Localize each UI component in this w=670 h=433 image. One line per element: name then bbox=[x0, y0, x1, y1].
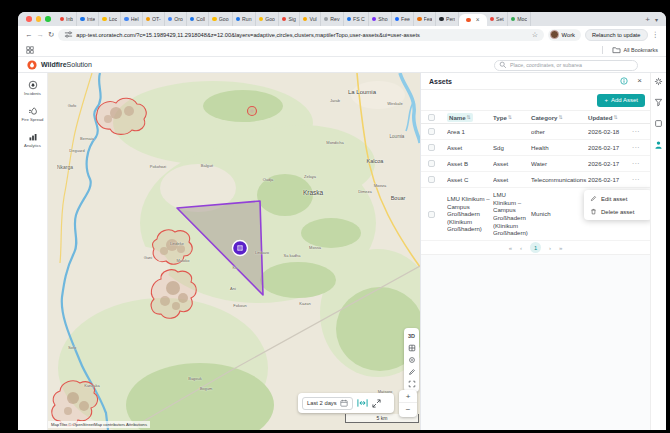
tab-search-chevron-icon[interactable]: ▾ bbox=[655, 16, 658, 23]
minimize-window-icon[interactable] bbox=[36, 16, 42, 22]
zoom-out-button[interactable]: − bbox=[399, 403, 417, 416]
sidebar-item-label: Analytics bbox=[24, 144, 41, 149]
browser-tab[interactable]: Loc bbox=[99, 12, 121, 26]
row-menu-icon[interactable]: ··· bbox=[632, 128, 647, 135]
back-button[interactable]: ← bbox=[25, 31, 33, 39]
map-3d-button[interactable]: 3D bbox=[404, 330, 419, 342]
browser-menu-icon[interactable]: ⋮ bbox=[652, 30, 660, 39]
column-header-type[interactable]: Type⇅ bbox=[493, 114, 531, 121]
expand-icon[interactable] bbox=[372, 399, 381, 408]
column-header-updated[interactable]: Updated⇅ bbox=[588, 114, 632, 121]
address-bar[interactable]: app-test.ororatech.com/?c=15.1989429,11.… bbox=[58, 29, 544, 41]
assets-tool-icon[interactable] bbox=[654, 140, 663, 150]
map-locate-button[interactable] bbox=[404, 354, 419, 366]
new-tab-button[interactable]: + bbox=[645, 15, 650, 24]
analytics-icon bbox=[28, 132, 38, 142]
browser-tab[interactable]: FS C bbox=[344, 12, 369, 26]
first-page-button[interactable]: « bbox=[509, 245, 512, 251]
browser-tab[interactable]: Inte bbox=[77, 12, 99, 26]
map-draw-button[interactable] bbox=[404, 366, 419, 378]
all-bookmarks-button[interactable]: All Bookmarks bbox=[602, 46, 658, 54]
row-checkbox[interactable] bbox=[428, 128, 435, 135]
assets-table-header: Name⇅ Type⇅ Category⇅ Updated⇅ bbox=[421, 110, 650, 124]
table-row[interactable]: Area 1other2026-02-18··· bbox=[421, 124, 650, 140]
browser-tab[interactable]: Hel bbox=[121, 12, 142, 26]
edit-asset-menu-item[interactable]: Edit asset bbox=[584, 192, 652, 205]
browser-tab[interactable]: Rev bbox=[321, 12, 344, 26]
sidebar-item-fire-spread[interactable]: Fire Spread bbox=[18, 106, 47, 123]
last-page-button[interactable]: » bbox=[559, 245, 562, 251]
table-row[interactable]: Asset BAssetWater2026-02-17··· bbox=[421, 156, 650, 172]
row-checkbox[interactable] bbox=[428, 176, 435, 183]
column-header-name[interactable]: Name⇅ bbox=[447, 113, 473, 122]
browser-tab[interactable]: OT- bbox=[143, 12, 165, 26]
next-page-button[interactable]: › bbox=[549, 245, 551, 251]
profile-chip[interactable]: Work bbox=[548, 29, 581, 41]
map-canvas[interactable] bbox=[48, 73, 420, 430]
map-search-input[interactable]: Place, coordinates, or subarea bbox=[494, 60, 638, 71]
close-window-icon[interactable] bbox=[26, 16, 32, 22]
browser-tab[interactable]: Inb bbox=[57, 12, 78, 26]
map-viewport[interactable]: La LoumiaJarabWeskaleLoumiaMondichaKalco… bbox=[48, 73, 420, 430]
row-checkbox[interactable] bbox=[428, 211, 435, 218]
tab-title: Hel bbox=[131, 16, 139, 22]
zoom-controls: + − bbox=[399, 390, 417, 417]
row-menu-icon[interactable]: ··· bbox=[632, 176, 647, 183]
map-place-label: Kraska bbox=[303, 189, 323, 196]
browser-tab[interactable]: Sig bbox=[279, 12, 300, 26]
row-menu-icon[interactable]: ··· bbox=[632, 160, 647, 167]
browser-tab[interactable]: Vul bbox=[300, 12, 321, 26]
browser-tab[interactable]: Coll bbox=[187, 12, 209, 26]
row-menu-icon[interactable]: ··· bbox=[632, 144, 647, 151]
browser-tab[interactable]: Sho bbox=[369, 12, 392, 26]
map-place-label: Sa kadha bbox=[284, 253, 301, 258]
sidebar-item-incidents[interactable]: Incidents bbox=[18, 80, 47, 97]
asset-marker[interactable] bbox=[233, 241, 248, 256]
maximize-window-icon[interactable] bbox=[45, 16, 51, 22]
select-all-checkbox[interactable] bbox=[428, 114, 435, 121]
forward-button[interactable]: → bbox=[37, 31, 45, 39]
filter-icon[interactable] bbox=[654, 98, 663, 107]
settings-gear-icon[interactable] bbox=[654, 77, 663, 86]
timeline-range-icon[interactable] bbox=[357, 398, 368, 408]
map-layers-button[interactable] bbox=[404, 342, 419, 354]
column-header-category[interactable]: Category⇅ bbox=[531, 114, 588, 121]
browser-tab[interactable]: × bbox=[459, 14, 486, 26]
browser-tab[interactable]: Run bbox=[233, 12, 256, 26]
row-checkbox[interactable] bbox=[428, 144, 435, 151]
sidebar-item-analytics[interactable]: Analytics bbox=[18, 132, 47, 149]
browser-tab[interactable]: Moc bbox=[508, 12, 531, 26]
map-fullscreen-button[interactable] bbox=[404, 378, 419, 390]
relaunch-to-update-button[interactable]: Relaunch to update bbox=[585, 29, 648, 41]
browser-tab[interactable]: Oro bbox=[165, 12, 187, 26]
site-info-icon[interactable] bbox=[64, 30, 73, 39]
cell-name: Asset C bbox=[447, 176, 493, 184]
browser-tab[interactable]: Goo bbox=[209, 12, 232, 26]
zoom-in-button[interactable]: + bbox=[399, 390, 417, 403]
add-asset-button[interactable]: + Add Asset bbox=[597, 94, 645, 107]
browser-tab[interactable]: Goo bbox=[256, 12, 279, 26]
browser-tab[interactable]: Pen bbox=[436, 12, 459, 26]
apps-grid-icon[interactable] bbox=[26, 46, 34, 54]
bookmark-star-icon[interactable]: ☆ bbox=[532, 31, 538, 39]
reload-button[interactable]: ↻ bbox=[48, 31, 54, 39]
search-icon bbox=[499, 61, 507, 69]
cell-category: Telecommunications bbox=[531, 176, 588, 184]
table-row[interactable]: AssetSdgHealth2026-02-17··· bbox=[421, 140, 650, 156]
browser-tab[interactable]: Fee bbox=[392, 12, 414, 26]
browser-tab[interactable]: Set bbox=[487, 12, 508, 26]
frame-select-icon[interactable] bbox=[654, 119, 663, 128]
prev-page-button[interactable]: ‹ bbox=[520, 245, 522, 251]
tab-close-icon[interactable]: × bbox=[476, 17, 480, 24]
browser-tab[interactable]: Fea bbox=[414, 12, 436, 26]
incidents-icon bbox=[28, 80, 38, 90]
row-checkbox[interactable] bbox=[428, 160, 435, 167]
time-range-button[interactable]: Last 2 days bbox=[302, 397, 353, 410]
table-row[interactable]: Asset CAssetTelecommunications2026-02-17… bbox=[421, 172, 650, 188]
current-page-button[interactable]: 1 bbox=[530, 242, 541, 253]
map-attribution[interactable]: MapTiler © OpenStreetMap contributors At… bbox=[48, 421, 150, 428]
map-place-label: Balgué bbox=[201, 163, 213, 168]
close-panel-icon[interactable]: × bbox=[637, 77, 642, 85]
info-icon[interactable] bbox=[620, 77, 628, 85]
delete-asset-menu-item[interactable]: Delete asset bbox=[584, 205, 652, 218]
